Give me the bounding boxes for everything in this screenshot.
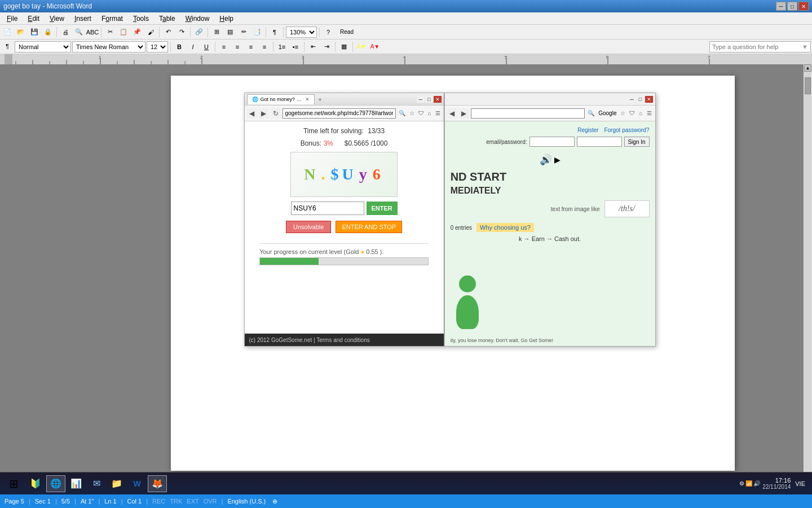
signin-button[interactable]: Sign In — [624, 137, 650, 147]
browser1-tab-close[interactable]: ✕ — [305, 97, 310, 102]
scroll-thumb[interactable] — [805, 77, 811, 94]
play-icon[interactable]: ▶ — [554, 155, 561, 164]
align-left-button[interactable]: ≡ — [218, 41, 230, 52]
printpreview-button[interactable]: 🔍 — [73, 27, 85, 38]
menu-insert[interactable]: Insert — [70, 14, 96, 24]
browser2-back[interactable]: ◀ — [447, 108, 457, 119]
zoom-select[interactable]: 130% — [286, 27, 317, 38]
help-dropdown-icon[interactable]: ▼ — [802, 43, 808, 50]
copy-button[interactable]: 📋 — [117, 27, 130, 38]
align-center-button[interactable]: ≡ — [231, 41, 244, 52]
menu-edit[interactable]: Edit — [23, 14, 44, 24]
menu-file[interactable]: File — [2, 14, 22, 24]
read-button[interactable]: Read — [336, 27, 358, 38]
size-select[interactable]: 12 — [147, 41, 168, 52]
browser1-forward[interactable]: ▶ — [259, 108, 269, 119]
hyperlink-button[interactable]: 🔗 — [193, 27, 205, 38]
taskbar-icon-winlogon[interactable]: 🔰 — [26, 475, 45, 492]
browser1-home[interactable]: ⌂ — [427, 110, 433, 116]
menu-table[interactable]: Table — [155, 14, 180, 24]
enter-stop-button[interactable]: ENTER AND STOP — [336, 221, 402, 233]
spelling-button[interactable]: ABC — [86, 27, 99, 38]
browser2-url[interactable] — [471, 108, 585, 119]
formatpaint-button[interactable]: 🖌 — [144, 27, 157, 38]
paste-button[interactable]: 📌 — [131, 27, 143, 38]
forgot-link[interactable]: Forgot password? — [604, 127, 649, 133]
columns-button[interactable]: ▤ — [224, 27, 236, 38]
drawing-button[interactable]: ✏ — [237, 27, 250, 38]
docmap-button[interactable]: 📑 — [251, 27, 263, 38]
open-button[interactable]: 📂 — [15, 27, 27, 38]
browser2-home[interactable]: ⌂ — [638, 110, 643, 116]
print-button[interactable]: 🖨 — [59, 27, 72, 38]
help-button[interactable]: ? — [322, 27, 334, 38]
bold-button[interactable]: B — [173, 41, 186, 52]
taskbar-icon-ie[interactable]: 🌐 — [46, 475, 65, 492]
browser1-tab[interactable]: 🌐 Got no money? Get Some!... ✕ — [247, 94, 315, 104]
browser1-minimize[interactable]: ─ — [417, 96, 425, 103]
showformat-button[interactable]: ¶ — [268, 27, 281, 38]
browser1-newtab[interactable]: + — [316, 95, 325, 104]
outdent-button[interactable]: ⇤ — [307, 41, 319, 52]
indent-button[interactable]: ⇥ — [320, 41, 333, 52]
italic-button[interactable]: I — [187, 41, 199, 52]
browser1-close[interactable]: ✕ — [434, 96, 442, 103]
help-input[interactable] — [712, 43, 802, 50]
menu-help[interactable]: Help — [215, 14, 238, 24]
taskbar-icon-folder[interactable]: 📁 — [107, 475, 126, 492]
taskbar-icon-mail[interactable]: ✉ — [87, 475, 106, 492]
browser1-url[interactable] — [283, 108, 396, 119]
browser1-star[interactable]: ☆ — [408, 110, 416, 116]
browser1-maximize[interactable]: □ — [425, 96, 433, 103]
browser2-maximize[interactable]: □ — [637, 96, 645, 103]
unsolvable-button[interactable]: Unsolvable — [286, 221, 331, 233]
border-button[interactable]: ▦ — [338, 41, 350, 52]
register-link[interactable]: Register — [577, 127, 598, 133]
start-button[interactable]: ⊞ — [2, 475, 25, 492]
browser1-back[interactable]: ◀ — [247, 108, 257, 119]
taskbar-icon-excel[interactable]: 📊 — [67, 475, 86, 492]
email-input[interactable] — [529, 137, 575, 147]
justify-button[interactable]: ≡ — [258, 41, 271, 52]
browser1-menu[interactable]: ☰ — [434, 110, 442, 116]
table-button[interactable]: ⊞ — [210, 27, 223, 38]
help-input-box[interactable]: ▼ — [709, 41, 811, 52]
scroll-up-arrow[interactable]: ▲ — [804, 64, 811, 72]
menu-window[interactable]: Window — [181, 14, 214, 24]
taskbar-icon-word[interactable]: W — [127, 475, 147, 492]
align-right-button[interactable]: ≡ — [245, 41, 257, 52]
save-button[interactable]: 💾 — [28, 27, 41, 38]
menu-tools[interactable]: Tools — [129, 14, 153, 24]
menu-view[interactable]: View — [45, 14, 69, 24]
new-button[interactable]: 📄 — [1, 27, 14, 38]
cut-button[interactable]: ✂ — [104, 27, 116, 38]
fontcolor-button[interactable]: A▼ — [369, 41, 381, 52]
captcha-enter-button[interactable]: ENTER — [367, 202, 398, 215]
menu-format[interactable]: Format — [97, 14, 127, 24]
redo-button[interactable]: ↷ — [175, 27, 188, 38]
highlight-button[interactable]: A▼ — [355, 41, 368, 52]
underline-button[interactable]: U — [200, 41, 213, 52]
bullets-button[interactable]: •≡ — [289, 41, 302, 52]
browser2-close[interactable]: ✕ — [645, 96, 653, 103]
minimize-button[interactable]: ─ — [776, 2, 786, 11]
style-select[interactable]: Normal — [15, 41, 71, 52]
browser2-menu[interactable]: ☰ — [646, 110, 653, 116]
scroll-track[interactable] — [804, 72, 811, 479]
browser2-star[interactable]: ☆ — [619, 110, 626, 116]
style-mark[interactable]: ¶ — [1, 41, 14, 52]
password-input[interactable] — [577, 137, 622, 147]
captcha-text-input[interactable] — [291, 202, 364, 215]
numbering-button[interactable]: 1≡ — [276, 41, 288, 52]
browser1-refresh[interactable]: ↻ — [271, 108, 281, 119]
taskbar-icon-firefox[interactable]: 🦊 — [148, 475, 167, 492]
undo-button[interactable]: ↶ — [162, 27, 174, 38]
browser2-forward[interactable]: ▶ — [459, 108, 469, 119]
close-button[interactable]: ✕ — [798, 2, 809, 11]
browser2-minimize[interactable]: ─ — [628, 96, 636, 103]
speaker-icon[interactable]: 🔊 — [540, 154, 552, 166]
permission-button[interactable]: 🔒 — [42, 27, 54, 38]
maximize-button[interactable]: □ — [787, 2, 797, 11]
content-area[interactable]: 🌐 Got no money? Get Some!... ✕ + ─ □ ✕ — [102, 64, 804, 487]
why-link[interactable]: Why choosing us? — [476, 223, 534, 232]
